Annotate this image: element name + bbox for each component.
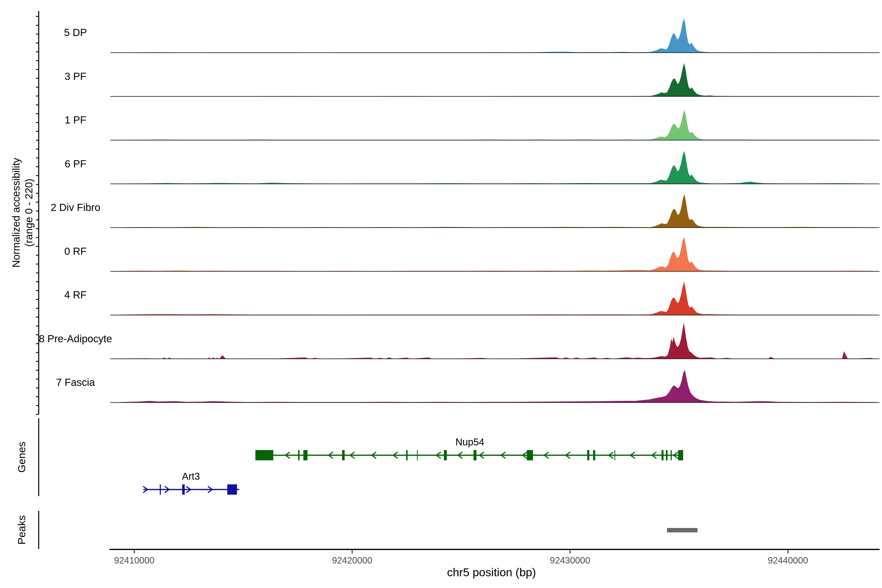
gene-exon xyxy=(255,450,273,460)
coverage-area-1 xyxy=(110,18,879,52)
genes-section-label: Genes xyxy=(16,442,28,473)
genome-browser-canvas xyxy=(0,0,882,588)
track-label: 5 DP xyxy=(64,27,87,39)
x-tick-label: 92430000 xyxy=(550,555,590,566)
coverage-area-2 xyxy=(110,63,879,96)
track-label: 4 RF xyxy=(64,289,87,301)
track-label: 6 PF xyxy=(64,158,87,170)
track-label: 1 PF xyxy=(64,114,87,126)
gene-exon xyxy=(303,450,308,460)
coverage-area-5 xyxy=(110,194,879,228)
gene-exon xyxy=(671,450,672,460)
gene-exon xyxy=(615,450,615,460)
x-axis-line xyxy=(110,549,879,550)
x-tick-label: 92410000 xyxy=(114,555,154,566)
peak-interval-bar xyxy=(667,528,698,532)
track-label: 2 Div Fibro xyxy=(51,202,100,213)
gene-exon xyxy=(342,450,345,460)
y-axis-title-line1: Normalized accessibility xyxy=(10,158,22,267)
track-label: 7 Fascia xyxy=(56,376,95,388)
gene-exon xyxy=(444,450,447,460)
gene-exon xyxy=(182,484,185,495)
gene-exon xyxy=(417,450,418,460)
gene-exon xyxy=(587,450,589,460)
gene-exon xyxy=(678,450,683,460)
coverage-area-9 xyxy=(110,370,879,402)
gene-exon xyxy=(593,450,595,460)
peaks-section-label: Peaks xyxy=(16,515,28,544)
gene-label-Art3: Art3 xyxy=(182,471,200,482)
gene-exon xyxy=(662,450,663,460)
gene-exon xyxy=(160,484,161,495)
y-axis-title-line2: (range 0 - 220) xyxy=(22,158,35,267)
track-label: 8 Pre-Adipocyte xyxy=(39,333,112,345)
x-tick-label: 92440000 xyxy=(768,555,808,566)
track-label: 3 PF xyxy=(64,70,87,82)
coverage-area-8 xyxy=(110,322,879,359)
gene-exon xyxy=(527,450,533,460)
coverage-area-7 xyxy=(110,282,879,315)
coverage-area-6 xyxy=(110,237,879,271)
gene-exon xyxy=(227,484,237,495)
gene-exon xyxy=(298,450,300,460)
coverage-plot-figure: Normalized accessibility (range 0 - 220)… xyxy=(0,0,882,588)
gene-label-Nup54: Nup54 xyxy=(456,436,484,448)
gene-exon xyxy=(406,450,408,460)
track-label: 0 RF xyxy=(64,246,87,257)
x-axis-title: chr5 position (bp) xyxy=(447,566,536,579)
coverage-area-3 xyxy=(110,110,879,140)
gene-exon xyxy=(666,450,668,460)
gene-exon xyxy=(474,450,477,460)
coverage-area-4 xyxy=(110,151,879,184)
x-tick-label: 92420000 xyxy=(332,555,372,566)
y-axis-title: Normalized accessibility (range 0 - 220) xyxy=(10,158,35,267)
